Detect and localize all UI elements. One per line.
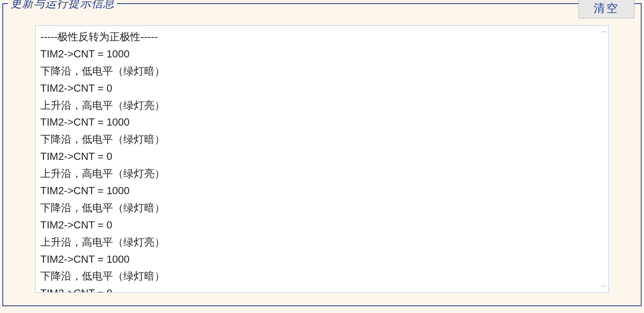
log-wrapper: -----极性反转为正极性----- TIM2->CNT = 1000 下降沿，…: [35, 26, 609, 293]
info-panel: 更新与运行提示信息 清空 -----极性反转为正极性----- TIM2->CN…: [2, 3, 642, 306]
log-textarea[interactable]: -----极性反转为正极性----- TIM2->CNT = 1000 下降沿，…: [36, 26, 608, 292]
clear-button[interactable]: 清空: [579, 0, 634, 18]
panel-title: 更新与运行提示信息: [8, 0, 117, 11]
